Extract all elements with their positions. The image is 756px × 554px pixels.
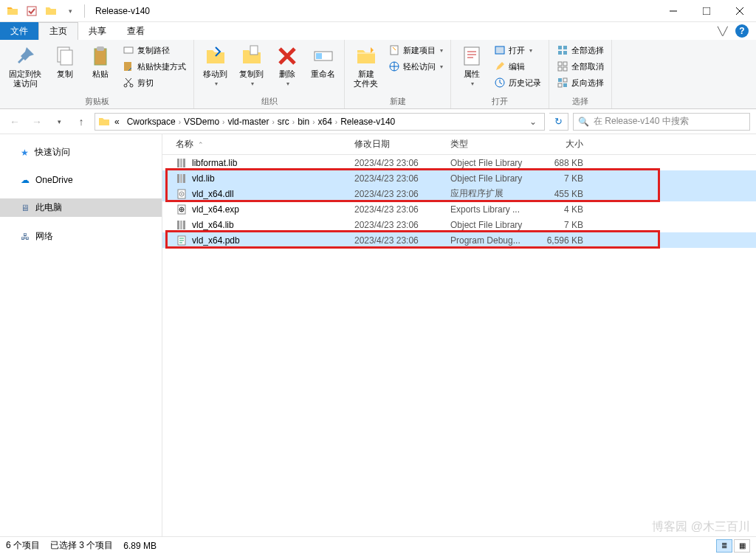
properties-button[interactable]: 属性▾ <box>456 41 488 90</box>
up-button[interactable]: ↑ <box>72 113 90 131</box>
status-selected-count: 已选择 3 个项目 <box>50 539 113 552</box>
svg-rect-32 <box>563 83 567 87</box>
breadcrumb-segment[interactable]: Release-v140 <box>337 117 398 127</box>
cloud-icon: ☁ <box>21 175 30 185</box>
close-button[interactable] <box>723 0 756 22</box>
pin-to-quick-access-button[interactable]: 固定到快 速访问 <box>4 41 46 91</box>
copy-path-button[interactable]: 复制路径 <box>120 43 189 58</box>
paste-button[interactable]: 粘贴 <box>84 41 117 82</box>
svg-rect-46 <box>183 221 185 229</box>
svg-rect-35 <box>183 159 185 167</box>
move-to-button[interactable]: 移动到▾ <box>199 41 232 90</box>
forward-button[interactable]: → <box>28 113 46 131</box>
svg-rect-2 <box>703 7 710 15</box>
new-folder-button[interactable]: 新建 文件夹 <box>349 41 382 91</box>
delete-button[interactable]: 删除▾ <box>271 41 303 90</box>
svg-rect-21 <box>558 46 562 49</box>
file-date: 2023/4/23 23:06 <box>354 158 450 168</box>
svg-rect-8 <box>97 46 104 51</box>
tab-share[interactable]: 共享 <box>78 22 117 40</box>
qat-dropdown-icon[interactable]: ▾ <box>62 3 78 19</box>
svg-rect-33 <box>177 159 179 167</box>
window-title: Release-v140 <box>91 6 150 16</box>
breadcrumb-segment[interactable]: x64 <box>315 117 335 127</box>
file-type: Object File Library <box>450 220 539 230</box>
folder-icon <box>4 3 21 19</box>
file-row[interactable]: vld_x64.pdb2023/4/23 23:06Program Debug.… <box>162 232 756 248</box>
cut-button[interactable]: 剪切 <box>120 75 189 90</box>
nav-network[interactable]: 🖧网络 <box>0 227 162 246</box>
svg-rect-26 <box>563 62 567 66</box>
new-item-button[interactable]: 新建项目▾ <box>385 43 446 58</box>
edit-button[interactable]: 编辑 <box>491 59 544 74</box>
svg-rect-31 <box>558 83 562 87</box>
open-button[interactable]: 打开▾ <box>491 43 544 58</box>
file-name: libformat.lib <box>192 158 354 168</box>
crumb-overflow[interactable]: « <box>111 117 123 127</box>
tab-view[interactable]: 查看 <box>117 22 155 40</box>
paste-shortcut-button[interactable]: 粘贴快捷方式 <box>120 59 189 74</box>
nav-this-pc[interactable]: 🖥此电脑 <box>0 198 162 217</box>
address-dropdown-icon[interactable]: ⌄ <box>525 117 541 127</box>
breadcrumb-segment[interactable]: bin <box>295 117 312 127</box>
tab-file[interactable]: 文件 <box>0 22 38 40</box>
file-list[interactable]: libformat.lib2023/4/23 23:06Object File … <box>162 155 756 248</box>
nav-onedrive[interactable]: ☁OneDrive <box>0 172 162 188</box>
back-button[interactable]: ← <box>6 113 24 131</box>
collapse-ribbon-icon[interactable]: ╲╱ <box>718 27 728 36</box>
tab-home[interactable]: 主页 <box>38 22 78 40</box>
column-headers[interactable]: 名称⌃ 修改日期 类型 大小 <box>162 134 756 155</box>
breadcrumb-segment[interactable]: src <box>275 117 292 127</box>
maximize-button[interactable] <box>690 0 723 22</box>
file-size: 4 KB <box>539 204 591 215</box>
address-bar[interactable]: « Cworkspace›VSDemo›vld-master›src›bin›x… <box>94 113 545 131</box>
file-date: 2023/4/23 23:06 <box>354 204 450 215</box>
breadcrumb-segment[interactable]: VSDemo <box>181 117 222 127</box>
file-row[interactable]: libformat.lib2023/4/23 23:06Object File … <box>162 155 756 170</box>
copy-button[interactable]: 复制 <box>49 41 81 82</box>
qat-folder-icon[interactable] <box>43 3 59 19</box>
svg-rect-15 <box>316 53 322 59</box>
svg-rect-30 <box>563 78 567 82</box>
nav-quick-access[interactable]: ★快速访问 <box>0 143 162 162</box>
easy-access-button[interactable]: 轻松访问▾ <box>385 59 446 74</box>
qat-checkbox-icon[interactable] <box>24 3 40 19</box>
refresh-button[interactable]: ↻ <box>549 113 568 131</box>
search-icon: 🔍 <box>578 117 589 127</box>
details-view-button[interactable]: ≣ <box>716 539 732 553</box>
select-all-button[interactable]: 全部选择 <box>554 43 607 58</box>
rename-button[interactable]: 重命名 <box>306 41 340 82</box>
search-box[interactable]: 🔍 在 Release-v140 中搜索 <box>573 113 750 131</box>
file-type: Exports Library ... <box>450 204 539 215</box>
invert-selection-button[interactable]: 反向选择 <box>554 75 607 90</box>
file-type: 应用程序扩展 <box>450 187 539 200</box>
file-row[interactable]: vld_x64.dll2023/4/23 23:06应用程序扩展455 KB <box>162 186 756 201</box>
svg-point-11 <box>124 84 127 87</box>
file-row[interactable]: vld.lib2023/4/23 23:06Object File Librar… <box>162 170 756 186</box>
file-size: 7 KB <box>539 173 591 184</box>
copy-to-button[interactable]: 复制到▾ <box>235 41 268 90</box>
file-row[interactable]: vld_x64.lib2023/4/23 23:06Object File Li… <box>162 217 756 232</box>
ribbon-group-clipboard: 剪贴板 <box>4 94 189 108</box>
ribbon-group-select: 选择 <box>554 94 607 108</box>
svg-point-12 <box>130 84 133 87</box>
help-icon[interactable]: ? <box>735 24 749 38</box>
svg-rect-19 <box>495 46 504 54</box>
file-row[interactable]: vld_x64.exp2023/4/23 23:06Exports Librar… <box>162 201 756 217</box>
svg-rect-18 <box>464 47 479 65</box>
svg-rect-45 <box>180 221 182 229</box>
file-date: 2023/4/23 23:06 <box>354 235 450 246</box>
title-bar: ▾ Release-v140 <box>0 0 756 22</box>
breadcrumb-segment[interactable]: Cworkspace <box>124 117 179 127</box>
history-button[interactable]: 历史记录 <box>491 75 544 90</box>
file-date: 2023/4/23 23:06 <box>354 189 450 199</box>
minimize-button[interactable] <box>656 0 690 22</box>
select-none-button[interactable]: 全部取消 <box>554 59 607 74</box>
file-name: vld_x64.dll <box>192 189 354 199</box>
svg-rect-38 <box>183 174 185 183</box>
chevron-right-icon: › <box>312 118 315 126</box>
svg-rect-25 <box>558 62 562 66</box>
recent-locations-button[interactable]: ▾ <box>50 113 68 131</box>
icons-view-button[interactable]: ▦ <box>734 539 750 553</box>
breadcrumb-segment[interactable]: vld-master <box>224 117 272 127</box>
